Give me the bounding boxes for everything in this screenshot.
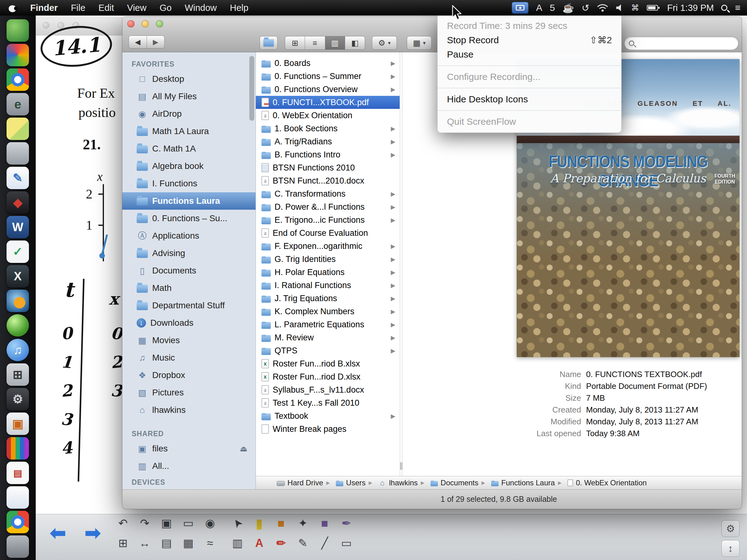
file-row[interactable]: 0. Boards [256, 57, 400, 70]
list-view-button[interactable]: ≡ [305, 36, 325, 50]
back-button[interactable]: ◀ [129, 36, 147, 48]
back-button[interactable]: ➡ [47, 522, 69, 544]
menu-item[interactable]: Stop Record ⇧⌘2 [438, 33, 621, 47]
path-item[interactable]: Users [323, 479, 365, 487]
apple-menu[interactable] [0, 3, 24, 12]
forward-button[interactable]: ▶ [147, 36, 165, 48]
arrange-menu-button[interactable]: ▦▾ [407, 36, 432, 50]
menubar-menu[interactable]: File [65, 0, 92, 16]
signal-button[interactable]: ≈ [199, 533, 221, 553]
column-resize-handle[interactable] [400, 462, 401, 470]
screenflow-menu-icon[interactable] [512, 2, 529, 14]
notes-icon[interactable] [6, 142, 29, 165]
firefox-icon[interactable] [6, 290, 29, 312]
coverflow-view-button[interactable]: ◧ [345, 36, 365, 50]
path-item[interactable]: 0. WebEx Orientation [555, 479, 647, 487]
marker-tool[interactable]: ✏ [270, 533, 292, 553]
itunes-icon[interactable]: ♫ [6, 339, 29, 361]
sphere-icon[interactable] [6, 314, 29, 337]
sidebar-item[interactable]: Advising [122, 244, 256, 262]
sidebar-item[interactable]: files [122, 440, 256, 457]
highlighter-tool[interactable]: ▮ [248, 513, 270, 533]
file-row[interactable]: B. Functions Intro [256, 148, 400, 161]
menubar-menu[interactable]: View [121, 0, 153, 16]
scroll-updown-button[interactable]: ↕ [721, 540, 740, 557]
chrome-alt-icon[interactable] [6, 511, 29, 533]
sidebar-item[interactable]: Desktop [122, 70, 256, 88]
battery-icon[interactable] [647, 4, 660, 11]
file-row[interactable]: Textbook [256, 409, 400, 423]
file-row[interactable]: Test 1 Key...s Fall 2010 [256, 396, 400, 409]
notification-center-icon[interactable]: ≡ [735, 2, 741, 13]
menu-bar-clock[interactable]: Fri 1:39 PM [667, 3, 714, 13]
path-item[interactable]: Hard Drive [264, 479, 323, 487]
sidebar-item[interactable]: Movies [122, 331, 256, 349]
eraser-tool[interactable]: ■ [314, 513, 336, 533]
forward-button[interactable]: ➡ [81, 522, 104, 544]
resize-button[interactable]: ↔ [134, 533, 156, 553]
file-row[interactable]: K. Complex Numbers [256, 305, 400, 318]
close-button[interactable] [127, 20, 134, 27]
iphoto-icon[interactable]: ▣ [6, 412, 29, 435]
audio-meter-icon[interactable]: A [536, 2, 542, 13]
file-row[interactable]: L. Parametric Equations [256, 318, 400, 331]
inactive-close-icon[interactable] [43, 22, 49, 29]
grab-icon[interactable] [6, 19, 29, 42]
word-icon[interactable]: W [6, 216, 29, 238]
pdf-doc-icon[interactable]: ▤ [6, 462, 29, 484]
file-row[interactable]: I. Rational Functions [256, 279, 400, 292]
presentation-button[interactable]: ▭ [177, 513, 199, 533]
file-row[interactable]: E. Trigono...ic Functions [256, 213, 400, 226]
pencil-tool[interactable]: ✎ [292, 533, 314, 553]
file-row[interactable]: C. Transformations [256, 187, 400, 201]
trash-icon[interactable] [6, 535, 29, 558]
text-tool[interactable]: A [248, 533, 270, 553]
column-view-button[interactable]: ▥ [325, 36, 345, 50]
path-item[interactable]: lhawkins [365, 479, 418, 487]
spotlight-icon[interactable] [721, 5, 727, 11]
file-row[interactable]: Roster Fun...riod D.xlsx [256, 370, 400, 383]
file-row[interactable]: G. Trig Identities [256, 252, 400, 266]
sidebar-item[interactable]: Math [122, 279, 256, 297]
file-row[interactable]: BTSN Functions 2010 [256, 161, 400, 174]
redo-button[interactable]: ↷ [134, 513, 156, 533]
menu-item[interactable]: Hide Desktop Icons [438, 92, 621, 106]
undo-button[interactable]: ↶ [112, 513, 134, 533]
cards-icon[interactable]: ◆ [6, 191, 29, 214]
grapher-icon[interactable]: ✓ [6, 240, 29, 263]
file-row[interactable]: H. Polar Equations [256, 266, 400, 279]
sidebar-item[interactable]: 0. Functions – Su... [122, 210, 256, 227]
file-row[interactable]: Syllabus_F...s_lv11.docx [256, 383, 400, 396]
file-row[interactable]: M. Review [256, 331, 400, 344]
line-tool[interactable]: ╱ [314, 533, 336, 553]
settings-gear-button[interactable]: ⚙ [721, 520, 740, 537]
sidebar-item[interactable]: Dropbox [122, 367, 256, 384]
wifi-icon[interactable] [597, 4, 608, 12]
chrome-icon[interactable] [6, 69, 29, 91]
menu-item[interactable]: Pause [438, 47, 621, 61]
sidebar-item[interactable]: C. Math 1A [122, 140, 256, 157]
file-row[interactable]: End of Course Evaluation [256, 226, 400, 240]
sidebar-item[interactable]: lhawkins [122, 401, 256, 419]
sidebar-item[interactable]: Applications [122, 227, 256, 244]
file-row[interactable]: 1. Book Sections [256, 122, 400, 135]
library-icon[interactable] [6, 437, 29, 459]
file-row[interactable]: Roster Fun...riod B.xlsx [256, 357, 400, 370]
excel-icon[interactable]: X [6, 265, 29, 288]
file-row[interactable]: J. Trig Equations [256, 292, 400, 305]
column-divider[interactable] [400, 52, 403, 476]
sidebar-item[interactable]: Downloads [122, 314, 256, 331]
file-row[interactable]: 0. Functions Overview [256, 83, 400, 96]
table-button[interactable]: ▦ [177, 533, 199, 553]
inactive-minimize-icon[interactable] [58, 22, 64, 29]
file-row[interactable]: QTPS [256, 344, 400, 357]
action-menu-button[interactable]: ⚙▾ [372, 36, 397, 50]
file-row[interactable]: 0. Functions – Summer [256, 70, 400, 83]
file-row[interactable]: Winter Break pages [256, 423, 400, 435]
file-row[interactable]: D. Power &...l Functions [256, 201, 400, 213]
path-item[interactable]: Documents [418, 479, 479, 487]
folder-button[interactable] [260, 36, 278, 50]
sidebar-item[interactable]: AirDrop [122, 105, 256, 123]
sidebar-item[interactable]: Pictures [122, 384, 256, 401]
menubar-menu[interactable]: Edit [92, 0, 121, 16]
